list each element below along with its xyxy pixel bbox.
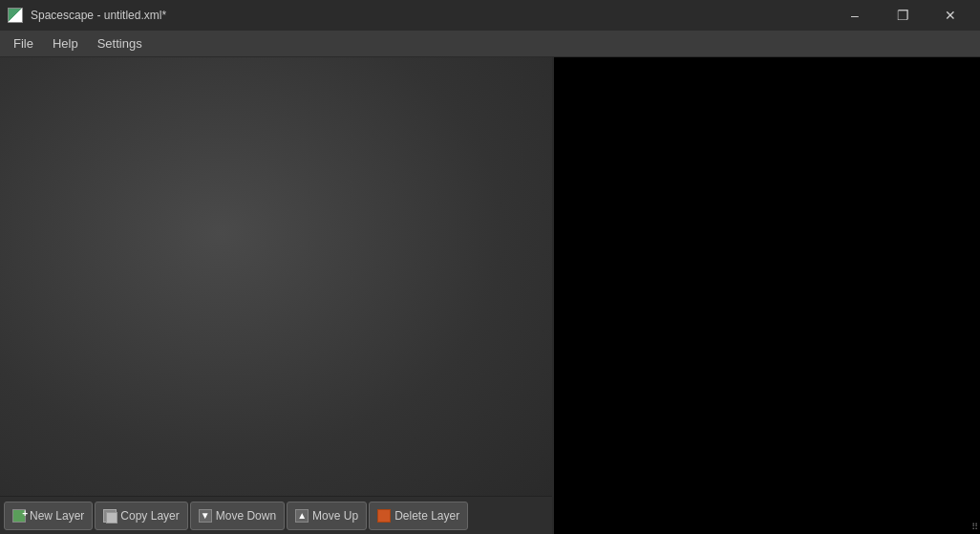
delete-layer-label: Delete Layer [394,509,459,523]
move-up-icon: ▲ [295,509,309,523]
new-layer-button[interactable]: New Layer [4,502,93,530]
move-down-label: Move Down [216,509,276,523]
copy-layer-icon [103,509,117,523]
copy-layer-button[interactable]: Copy Layer [95,502,187,530]
menu-bar: File Help Settings [0,31,980,57]
resize-dots: ⠿ [971,523,978,532]
bottom-toolbar: New Layer Copy Layer ▼ Move Down ▲ Move … [0,496,552,534]
main-content: New Layer Copy Layer ▼ Move Down ▲ Move … [0,57,980,534]
layer-canvas [0,57,552,496]
move-down-icon: ▼ [199,509,212,523]
delete-layer-button[interactable]: Delete Layer [369,502,468,530]
app-icon [8,8,23,23]
copy-layer-label: Copy Layer [120,509,179,523]
window-title: Spacescape - untitled.xml* [31,9,166,22]
resize-handle[interactable]: ⠿ [965,519,980,534]
title-bar-left: Spacescape - untitled.xml* [8,8,166,23]
move-up-label: Move Up [312,509,358,523]
minimize-button[interactable]: – [833,0,877,31]
close-button[interactable]: ✕ [928,0,972,31]
menu-settings[interactable]: Settings [88,32,152,54]
right-panel [554,57,980,534]
menu-help[interactable]: Help [43,32,88,54]
menu-file[interactable]: File [4,32,43,54]
new-layer-label: New Layer [30,509,84,523]
maximize-button[interactable]: ❐ [881,0,925,31]
move-down-button[interactable]: ▼ Move Down [190,502,285,530]
left-panel: New Layer Copy Layer ▼ Move Down ▲ Move … [0,57,554,534]
title-bar: Spacescape - untitled.xml* – ❐ ✕ [0,0,980,31]
delete-layer-icon [377,509,391,523]
move-up-button[interactable]: ▲ Move Up [287,502,367,530]
new-layer-icon [12,509,26,523]
title-bar-controls: – ❐ ✕ [833,0,972,31]
